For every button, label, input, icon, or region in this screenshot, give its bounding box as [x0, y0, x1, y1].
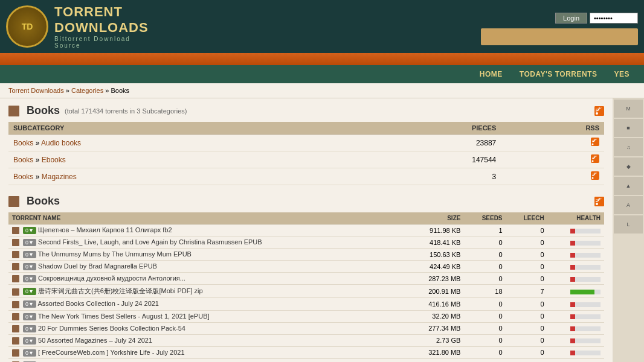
torrent-leech: 0 — [506, 249, 548, 261]
col-health: HEALTH — [548, 212, 604, 224]
breadcrumb: Torrent Downloads » Categories » Books — [0, 83, 644, 98]
torrent-name-link[interactable]: 50 Assorted Magazines – July 24 2021 — [38, 337, 152, 344]
sidebar-item-m[interactable]: M — [614, 100, 643, 118]
subcategory-link[interactable]: Ebooks — [42, 156, 66, 164]
torrent-name-link[interactable]: The New York Times Best Sellers - August… — [38, 313, 210, 320]
subcategory-parent-link[interactable]: Books — [13, 139, 33, 147]
torrent-book-icon — [12, 239, 19, 246]
subcategory-count: 3 — [350, 168, 501, 185]
torrents-title-text: Books — [27, 195, 60, 208]
svg-point-7 — [592, 177, 594, 179]
subcategory-parent-link[interactable]: Books — [13, 156, 33, 164]
breadcrumb-categories[interactable]: Categories — [71, 87, 103, 94]
torrent-row: 0▼ Сокровищница духовной мудрости Антоло… — [8, 273, 604, 285]
torrent-name-cell: 0▼ Assorted Books Collection - July 24 2… — [8, 298, 405, 310]
torrent-dl-badge[interactable]: 0▼ — [23, 288, 36, 295]
subcategory-name: Books » Magazines — [8, 168, 350, 185]
torrent-dl-badge[interactable]: 0▼ — [23, 349, 36, 357]
torrent-name-link[interactable]: Shadow Duel by Brad Magnarella EPUB — [38, 262, 157, 270]
svg-point-5 — [592, 160, 594, 162]
torrent-health — [548, 249, 604, 261]
torrent-book-icon — [12, 227, 19, 234]
svg-point-3 — [592, 144, 594, 145]
torrent-name-link[interactable]: The Unmumsy Mums by The Unmumsy Mum EPUB — [38, 250, 192, 258]
torrent-dl-badge[interactable]: 0▼ — [23, 251, 36, 258]
col-pieces: PIECES — [350, 122, 501, 135]
torrent-name-link[interactable]: Сокровищница духовной мудрости Антология… — [38, 275, 185, 282]
torrent-dl-badge[interactable]: 0▼ — [23, 275, 36, 282]
health-bar — [570, 277, 601, 282]
torrent-row: 0▼ Second Firsts_ Live, Laugh, and Love … — [8, 237, 604, 249]
nav-home[interactable]: HOME — [471, 70, 511, 78]
health-bar — [570, 338, 601, 343]
torrent-seeds: 0 — [464, 249, 506, 261]
torrents-title: Books — [8, 195, 60, 208]
orange-banner — [0, 53, 644, 65]
torrent-seeds: 0 — [464, 334, 506, 346]
sidebar-item-l[interactable]: L — [614, 215, 643, 233]
subcategory-rss[interactable] — [501, 168, 604, 185]
torrent-name-link[interactable]: 20 For Dummies Series Books Collection P… — [38, 325, 185, 332]
health-fill — [570, 314, 575, 319]
torrent-name-link[interactable]: Second Firsts_ Live, Laugh, and Love Aga… — [38, 238, 262, 246]
health-fill — [570, 338, 575, 343]
col-size: SIZE — [405, 212, 464, 224]
logo-icon: TD — [6, 5, 48, 48]
subcategory-parent-link[interactable]: Books — [13, 173, 33, 181]
password-input[interactable] — [590, 13, 638, 24]
health-fill — [570, 326, 575, 331]
torrent-health — [548, 346, 604, 358]
torrent-dl-badge[interactable]: 0▼ — [23, 337, 36, 345]
torrent-leech: 0 — [506, 358, 548, 362]
sidebar-item-4[interactable]: ◆ — [614, 157, 643, 176]
breadcrumb-torrent-downloads[interactable]: Torrent Downloads — [8, 87, 64, 94]
torrent-leech: 0 — [506, 346, 548, 358]
torrent-dl-badge[interactable]: 0▼ — [23, 227, 36, 234]
nav-bar: HOME TODAY'S TORRENTS YES — [0, 65, 644, 83]
subcategory-rss[interactable] — [501, 151, 604, 168]
col-leech: LEECH — [506, 212, 548, 224]
health-bar — [570, 314, 601, 319]
subcategory-rss[interactable] — [501, 135, 604, 151]
header-right: Login — [139, 8, 644, 45]
content-area: Books (total 171434 torrents in 3 Subcat… — [0, 98, 613, 362]
torrent-book-icon — [12, 337, 19, 345]
subcategory-link[interactable]: Audio books — [41, 139, 81, 147]
rss-icon-torrents[interactable] — [594, 197, 604, 206]
sidebar-item-music[interactable]: ♫ — [614, 138, 643, 156]
health-fill — [570, 253, 575, 258]
torrent-name-cell: 0▼ Second Firsts_ Live, Laugh, and Love … — [8, 237, 405, 249]
subcategory-link[interactable]: Magazines — [42, 173, 77, 181]
torrent-dl-badge[interactable]: 0▼ — [23, 300, 36, 308]
torrents-header: Books — [8, 195, 604, 208]
torrent-row: 0▼ 50 Assorted Magazines – July 24 2021 … — [8, 334, 604, 346]
torrent-health — [548, 334, 604, 346]
torrent-size: 200.91 MB — [405, 285, 464, 298]
torrent-dl-badge[interactable]: 0▼ — [23, 263, 36, 270]
torrent-name-link[interactable]: 唐诗宋词元曲古文(共6册)校注译版全译版[Mobi PDF] zip — [38, 287, 203, 294]
torrent-health — [548, 298, 604, 310]
sidebar-item-5[interactable]: ▲ — [614, 177, 643, 195]
login-button[interactable]: Login — [555, 13, 587, 24]
sidebar-item-a[interactable]: A — [614, 196, 643, 214]
subcategory-name: Books » Audio books — [8, 135, 350, 151]
torrent-health — [548, 224, 604, 237]
rss-icon-main[interactable] — [594, 106, 604, 116]
torrent-name-link[interactable]: Assorted Books Collection - July 24 2021 — [37, 300, 159, 307]
torrent-row: 0▼ [ FreeCourseWeb.com ] Yorkshire Life … — [8, 346, 604, 358]
nav-yes[interactable]: YES — [605, 70, 638, 78]
col-rss: RSS — [501, 122, 604, 135]
torrent-dl-badge[interactable]: 0▼ — [23, 325, 36, 332]
torrent-book-icon — [12, 325, 19, 332]
torrent-name-cell: 0▼ 50 Assorted Magazines – July 24 2021 — [8, 334, 405, 346]
torrent-dl-badge[interactable]: 0▼ — [23, 239, 36, 246]
torrent-size: 321.80 MB — [405, 346, 464, 358]
torrent-name-link[interactable]: [ FreeCourseWeb.com ] Yorkshire Life - J… — [38, 349, 185, 356]
torrent-name-cell: 0▼ Сокровищница духовной мудрости Антоло… — [8, 273, 405, 285]
torrent-size: 418.41 KB — [405, 237, 464, 249]
nav-today-torrents[interactable]: TODAY'S TORRENTS — [511, 70, 606, 78]
search-bar[interactable] — [481, 28, 638, 45]
torrent-dl-badge[interactable]: 0▼ — [23, 313, 36, 320]
torrent-name-link[interactable]: Щепетнов – Михаил Карпов 11 Олигарх fb2 — [38, 226, 172, 233]
sidebar-item-2[interactable]: ■ — [614, 119, 643, 137]
